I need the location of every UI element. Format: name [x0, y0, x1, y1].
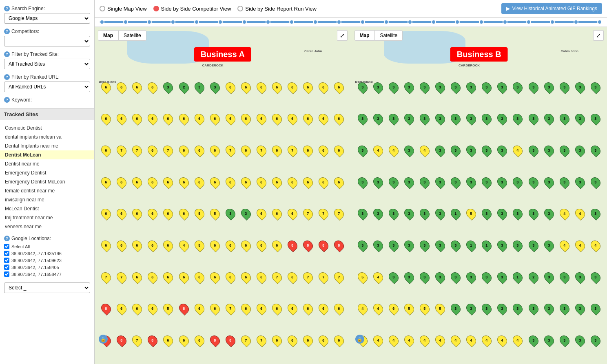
pin-5-12[interactable]: 3	[542, 230, 556, 261]
pin-3-3[interactable]: 6	[145, 167, 160, 198]
pin-1-13[interactable]: 3	[557, 104, 572, 135]
pin-0-10[interactable]: 3	[510, 72, 525, 103]
pin-1-2[interactable]: 3	[386, 104, 401, 135]
pin-7-13[interactable]: 6	[301, 293, 315, 324]
pin-0-11[interactable]: 3	[526, 72, 541, 103]
pin-8-13[interactable]: 6	[301, 325, 315, 356]
pin-2-12[interactable]: 3	[542, 135, 556, 166]
pin-6-1[interactable]: 7	[114, 262, 129, 293]
pin-0-7[interactable]: 3	[464, 72, 479, 103]
pin-8-4[interactable]: 6	[161, 325, 175, 356]
filter-tracked-select[interactable]: All Tracked Sites	[4, 59, 90, 69]
pin-4-11[interactable]: 6	[270, 199, 284, 229]
pin-6-3[interactable]: 6	[145, 262, 160, 293]
report-run-view-option[interactable]: Side by Side Report Run View	[237, 6, 317, 12]
pin-6-2[interactable]: 6	[130, 262, 144, 293]
pin-7-10[interactable]: 3	[510, 293, 525, 324]
pin-5-14[interactable]: 4	[573, 230, 587, 261]
slider-dot-15[interactable]	[455, 20, 460, 24]
pin-6-15[interactable]: 3	[588, 262, 603, 293]
pin-3-12[interactable]: 6	[285, 167, 300, 198]
pin-0-4[interactable]: 3	[161, 72, 175, 103]
pin-8-6[interactable]: 4	[448, 325, 463, 356]
pin-3-10[interactable]: 6	[254, 167, 269, 198]
select-dropdown[interactable]: Select _	[4, 282, 90, 293]
pin-7-0[interactable]: 4	[355, 293, 370, 324]
pin-4-15[interactable]: 7	[332, 199, 346, 229]
keyword-item-11[interactable]: veneers near me	[0, 222, 94, 231]
filter-ranked-help-icon[interactable]: ?	[4, 74, 10, 80]
pin-8-11[interactable]: 6	[270, 325, 284, 356]
pin-1-1[interactable]: 6	[114, 104, 129, 135]
pin-0-9[interactable]: 3	[495, 72, 510, 103]
slider-dot-17[interactable]	[503, 20, 507, 24]
pin-6-3[interactable]: 3	[402, 262, 416, 293]
pin-6-5[interactable]: 3	[433, 262, 447, 293]
pin-3-15[interactable]: 3	[588, 167, 603, 198]
pin-2-10[interactable]: 4	[510, 135, 525, 166]
pin-1-14[interactable]: 3	[573, 104, 587, 135]
pin-4-7[interactable]: 5	[208, 199, 222, 229]
pin-5-15[interactable]: 4	[588, 230, 603, 261]
pin-4-0[interactable]: 3	[355, 199, 370, 229]
pin-8-9[interactable]: 7	[239, 325, 253, 356]
pin-1-7[interactable]: 3	[464, 104, 479, 135]
pin-5-8[interactable]: 1	[479, 230, 494, 261]
slider-dot-3[interactable]	[171, 20, 175, 24]
slider-dot-18[interactable]	[526, 20, 531, 24]
keyword-item-5[interactable]: Emergency Dentist	[0, 168, 94, 177]
filter-tracked-help-icon[interactable]: ?	[4, 51, 10, 57]
pin-7-0[interactable]: 8	[99, 293, 113, 324]
pin-3-7[interactable]: 6	[208, 167, 222, 198]
pin-4-9[interactable]: 3	[239, 199, 253, 229]
pin-0-8[interactable]: 6	[223, 72, 238, 103]
pin-8-15[interactable]: 6	[332, 325, 346, 356]
pin-5-4[interactable]: 6	[161, 230, 175, 261]
pin-3-4[interactable]: 3	[417, 167, 432, 198]
pin-8-3[interactable]: 8	[145, 325, 160, 356]
pin-8-2[interactable]: 7	[130, 325, 144, 356]
pin-7-6[interactable]: 3	[448, 293, 463, 324]
pin-2-15[interactable]: 3	[588, 135, 603, 166]
pin-6-14[interactable]: 7	[316, 262, 331, 293]
pin-5-6[interactable]: 3	[448, 230, 463, 261]
pin-2-3[interactable]: 3	[402, 135, 416, 166]
pin-6-8[interactable]: 6	[223, 262, 238, 293]
satellite-btn-b[interactable]: Satellite	[375, 30, 403, 41]
pin-2-7[interactable]: 6	[208, 135, 222, 166]
pin-7-3[interactable]: 5	[402, 293, 416, 324]
slider-dot-2[interactable]	[147, 20, 152, 24]
slider-dot-8[interactable]	[289, 20, 294, 24]
pin-2-5[interactable]: 3	[433, 135, 447, 166]
pin-1-8[interactable]: 3	[479, 104, 494, 135]
pin-7-2[interactable]: 6	[130, 293, 144, 324]
pin-3-9[interactable]: 3	[495, 167, 510, 198]
pin-2-8[interactable]: 7	[223, 135, 238, 166]
pin-6-11[interactable]: 2	[526, 262, 541, 293]
pin-0-3[interactable]: 3	[402, 72, 416, 103]
pin-8-1[interactable]: 4	[371, 325, 385, 356]
pin-5-6[interactable]: 5	[192, 230, 207, 261]
pin-3-11[interactable]: 6	[270, 167, 284, 198]
pin-4-13[interactable]: 7	[301, 199, 315, 229]
pin-0-12[interactable]: 6	[285, 72, 300, 103]
pin-4-7[interactable]: 5	[464, 199, 479, 229]
pin-0-5[interactable]: 3	[433, 72, 447, 103]
pin-7-4[interactable]: 5	[161, 293, 175, 324]
pin-1-4[interactable]: 3	[417, 104, 432, 135]
pin-5-14[interactable]: 8	[316, 230, 331, 261]
pin-7-12[interactable]: 6	[285, 293, 300, 324]
pin-6-10[interactable]: 1	[510, 262, 525, 293]
pin-7-15[interactable]: 3	[588, 293, 603, 324]
slider-dot-12[interactable]	[384, 20, 389, 24]
pin-5-10[interactable]: 3	[510, 230, 525, 261]
pin-2-1[interactable]: 7	[114, 135, 129, 166]
pin-6-8[interactable]: 3	[479, 262, 494, 293]
keyword-item-6[interactable]: Emergency Dentist McLean	[0, 177, 94, 186]
pin-1-3[interactable]: 6	[145, 104, 160, 135]
pin-6-7[interactable]: 6	[208, 262, 222, 293]
pin-4-6[interactable]: 5	[192, 199, 207, 229]
keyword-help-icon[interactable]: ?	[4, 97, 10, 103]
pin-1-9[interactable]: 3	[495, 104, 510, 135]
pin-2-6[interactable]: 6	[192, 135, 207, 166]
